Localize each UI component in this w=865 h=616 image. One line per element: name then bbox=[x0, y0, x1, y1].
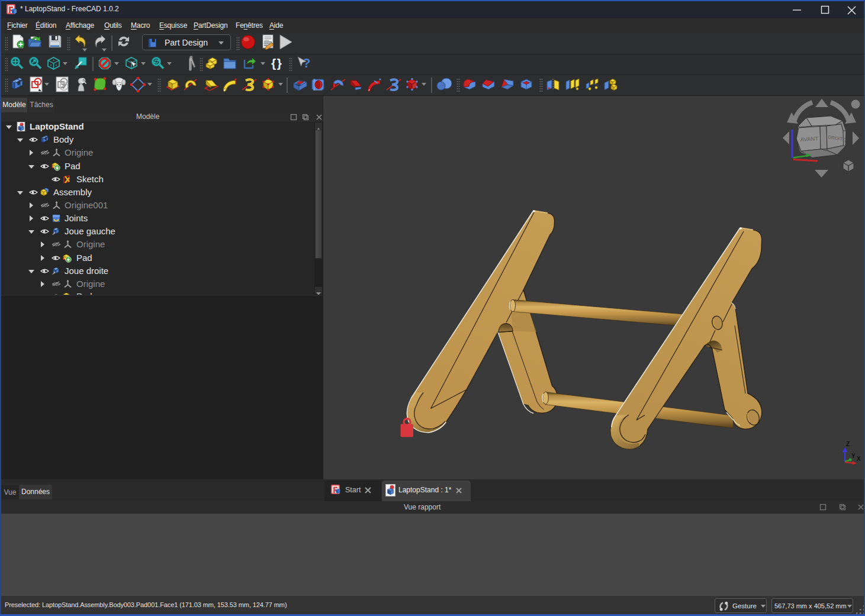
svg-text:Y: Y bbox=[851, 453, 856, 459]
svg-text:AVANT: AVANT bbox=[800, 135, 819, 143]
svg-text:Z: Z bbox=[846, 441, 850, 447]
svg-text:?: ? bbox=[303, 56, 310, 70]
svg-text:X: X bbox=[857, 456, 861, 462]
